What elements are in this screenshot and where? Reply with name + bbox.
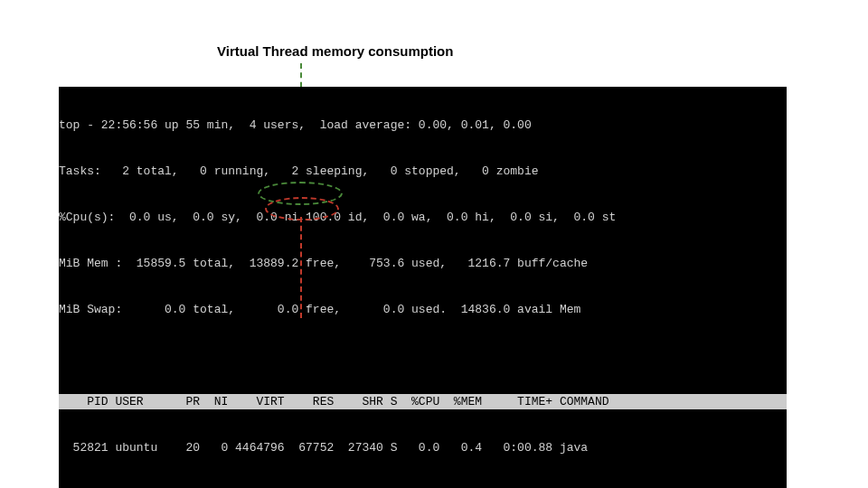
top-column-header: PID USER PR NI VIRT RES SHR S %CPU %MEM … — [59, 394, 787, 409]
top-line-blank — [59, 348, 787, 363]
annotation-virtual-thread: Virtual Thread memory consumption — [217, 43, 453, 59]
top-line-tasks: Tasks: 2 total, 0 running, 2 sleeping, 0… — [59, 164, 787, 179]
top-line-cpu: %Cpu(s): 0.0 us, 0.0 sy, 0.0 ni,100.0 id… — [59, 210, 787, 225]
top-line-swap: MiB Swap: 0.0 total, 0.0 free, 0.0 used.… — [59, 302, 787, 317]
indicator-line-platform — [300, 217, 302, 318]
top-line-uptime: top - 22:56:56 up 55 min, 4 users, load … — [59, 117, 787, 133]
terminal-top-output: top - 22:56:56 up 55 min, 4 users, load … — [59, 87, 787, 488]
process-row-1: 52821 ubuntu 20 0 4464796 67752 27340 S … — [59, 440, 787, 455]
annotation-platform-thread: Platform Thread memory consumption — [231, 324, 480, 339]
top-line-mem: MiB Mem : 15859.5 total, 13889.2 free, 7… — [59, 256, 787, 271]
highlight-virt-platform-thread — [265, 197, 339, 221]
